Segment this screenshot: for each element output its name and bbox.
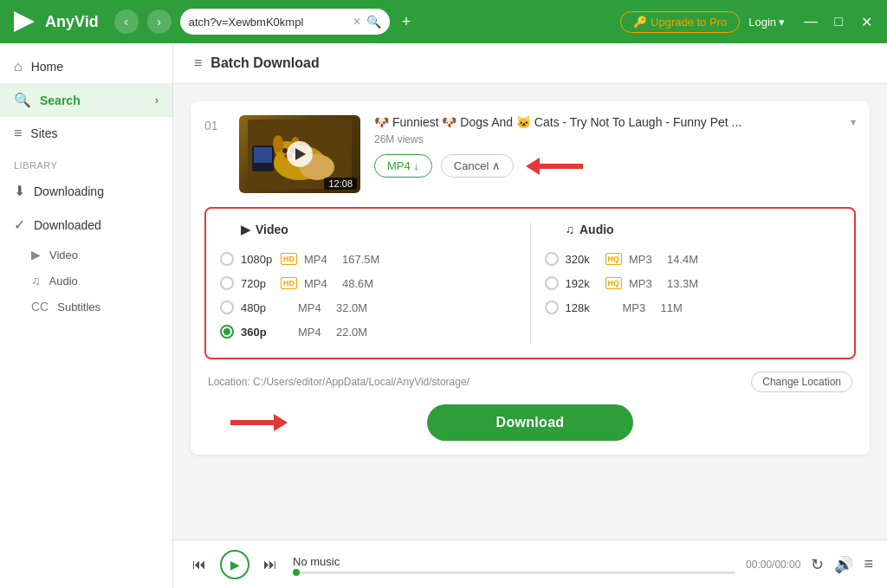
format-grid: ▶ Video 1080p HD MP4 167.5M [204,207,856,359]
url-close-icon[interactable]: ✕ [353,16,361,28]
audio-col-label: Audio [579,223,614,236]
titlebar: AnyVid ‹ › atch?v=XewbmK0kmpl ✕ 🔍 + 🔑 Up… [0,0,887,43]
arrow-body [540,164,583,169]
location-label: Location: [208,376,250,388]
player-controls: ⏮ ▶ ⏭ [187,550,282,579]
location-bar: Location: C:/Users/editor/AppData/Local/… [204,372,856,392]
video-views: 26M views [374,133,856,145]
player-play-button[interactable]: ▶ [220,550,249,579]
video-card: 01 [191,101,870,455]
change-location-button[interactable]: Change Location [751,372,852,392]
url-bar[interactable]: atch?v=XewbmK0kmpl ✕ 🔍 [180,9,390,35]
svg-rect-11 [254,147,272,163]
arrow-body-2 [230,420,274,425]
fmt-size-720p: 48.6M [342,277,385,290]
fmt-type-360p: MP4 [298,326,329,339]
video-info: 🐶 Funniest 🐶 Dogs And 🐱 Cats - Try Not T… [374,115,856,178]
forward-button[interactable]: › [147,10,172,34]
sidebar-item-downloaded[interactable]: ✓ Downloaded [0,208,172,242]
close-button[interactable]: ✕ [856,11,877,32]
format-row-1080p[interactable]: 1080p HD MP4 167.5M [220,247,516,271]
video-thumbnail[interactable]: 12:08 [239,115,360,193]
download-section: Download [204,404,856,441]
location-path-value: C:/Users/editor/AppData/Local/AnyVid/sto… [253,376,469,388]
sidebar-subitem-subtitles[interactable]: CC Subtitles [0,294,172,320]
maximize-button[interactable]: □ [828,11,849,32]
fmt-size-480p: 32.0M [336,301,379,314]
download-arrow-indicator [230,414,288,431]
sidebar-subitem-video[interactable]: ▶ Video [0,242,172,268]
sidebar-item-home[interactable]: ⌂ Home [0,50,172,83]
res-1080p: 1080p [241,253,274,266]
back-button[interactable]: ‹ [114,10,139,34]
sidebar-downloading-label: Downloading [34,184,104,198]
sidebar-item-sites[interactable]: ≡ Sites [0,117,172,150]
radio-480p[interactable] [220,300,234,314]
player-next-button[interactable]: ⏭ [258,552,282,577]
url-search-icon[interactable]: 🔍 [366,15,381,29]
sites-icon: ≡ [14,126,22,141]
minimize-button[interactable]: — [800,11,821,32]
main-layout: ⌂ Home 🔍 Search › ≡ Sites Library ⬇ Down… [0,43,887,588]
player-progress-dot [293,569,300,576]
radio-128k[interactable] [545,300,559,314]
cancel-label: Cancel ∧ [454,159,501,172]
hq-badge-320k: HQ [605,253,623,266]
cancel-button[interactable]: Cancel ∧ [441,154,514,178]
sidebar-item-search[interactable]: 🔍 Search › [0,83,172,117]
format-row-128k[interactable]: 128k MP3 11M [545,295,841,320]
player-progress-bar[interactable] [293,572,735,574]
red-arrow-indicator [526,158,583,175]
radio-1080p[interactable] [220,252,234,266]
audio-col-header: ♫ Audio [545,223,841,236]
url-text: atch?v=XewbmK0kmpl [189,16,347,29]
radio-320k[interactable] [545,252,559,266]
radio-192k[interactable] [545,276,559,290]
sidebar-subtitles-label: Subtitles [57,300,100,313]
res-360p: 360p [241,326,274,339]
format-row-720p[interactable]: 720p HD MP4 48.6M [220,271,516,295]
hq-badge-192k: HQ [605,277,623,290]
video-col-icon: ▶ [241,223,250,236]
play-button[interactable] [287,141,313,167]
audio-col-icon: ♫ [566,223,575,236]
player-volume-button[interactable]: 🔊 [834,555,853,574]
search-icon: 🔍 [14,92,31,108]
sidebar-audio-label: Audio [49,275,78,288]
content-scroll: 01 [173,84,887,540]
format-row-480p[interactable]: 480p MP4 32.0M [220,295,516,320]
upgrade-label: 🔑 Upgrade to Pro [633,16,727,29]
format-row-192k[interactable]: 192k HQ MP3 13.3M [545,271,841,295]
logo-icon [10,8,38,36]
upgrade-button[interactable]: 🔑 Upgrade to Pro [620,11,740,33]
format-select-button[interactable]: MP4 ↓ [374,154,432,178]
item-number: 01 [204,115,225,132]
res-192k: 192k [566,277,599,290]
video-duration: 12:08 [324,178,357,190]
location-path: Location: C:/Users/editor/AppData/Local/… [208,376,742,388]
login-button[interactable]: Login ▾ [748,16,785,29]
sidebar-downloaded-label: Downloaded [34,218,101,232]
new-tab-button[interactable]: + [402,13,411,31]
svg-point-4 [273,135,283,152]
format-label: MP4 ↓ [387,159,419,172]
sidebar-item-downloading[interactable]: ⬇ Downloading [0,174,172,208]
player-queue-button[interactable]: ≡ [864,555,873,573]
page-title: Batch Download [210,55,319,71]
page-header: ≡ Batch Download [173,43,887,84]
radio-720p[interactable] [220,276,234,290]
player-prev-button[interactable]: ⏮ [187,552,211,577]
download-button[interactable]: Download [427,404,634,441]
radio-360p[interactable] [220,325,234,339]
sidebar-subitem-audio[interactable]: ♫ Audio [0,268,172,294]
title-chevron-icon[interactable]: ▾ [851,116,856,128]
format-columns: ▶ Video 1080p HD MP4 167.5M [220,223,840,344]
fmt-type-480p: MP4 [298,301,329,314]
sidebar: ⌂ Home 🔍 Search › ≡ Sites Library ⬇ Down… [0,43,173,588]
player-repeat-button[interactable]: ↻ [811,555,824,574]
format-row-360p[interactable]: 360p MP4 22.0M [220,320,516,344]
bottom-player: ⏮ ▶ ⏭ No music 00:00/00:00 ↻ 🔊 ≡ [173,540,887,588]
res-720p: 720p [241,277,274,290]
format-row-320k[interactable]: 320k HQ MP3 14.4M [545,247,841,271]
fmt-size-320k: 14.4M [667,253,710,266]
